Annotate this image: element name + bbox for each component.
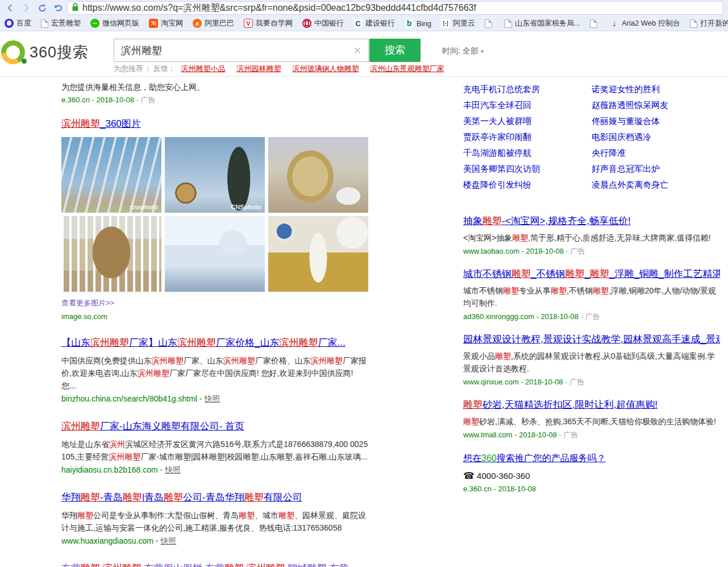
image-grid: cnsphoto CNSphoto — [61, 137, 369, 292]
refresh-icon[interactable] — [35, 1, 49, 15]
bookmark-item[interactable]: 山东省国家税务局... — [505, 18, 580, 28]
bookmark-label: 阿里云 — [453, 18, 475, 28]
hot-news-link[interactable]: 电影国庆档遇冷 — [592, 129, 720, 145]
result-title-link[interactable]: 华翔雕塑-青岛雕塑|青岛雕塑公司-青岛华翔雕塑有限公司 — [61, 492, 302, 503]
image-thumbnail-porcelain-vase[interactable] — [268, 216, 368, 292]
ad-title-link[interactable]: 抽象雕塑-<淘宝网>,规格齐全,畅享低价! — [463, 216, 631, 226]
bookmark-item[interactable]: ↓ Aria2 Web 控制台 — [610, 18, 680, 28]
lock-icon — [72, 3, 79, 14]
result-url: haiyidiaosu.cn.b2b168.com — [61, 465, 158, 474]
ad-description: 为您提供海量相关信息，助您安心上网。 — [61, 81, 369, 93]
hot-news-link[interactable]: 千岛湖游船被停航 — [463, 145, 592, 161]
ad-title-link[interactable]: 雕塑砂岩,天猫精选折扣区,限时让利,超值惠购! — [463, 399, 658, 410]
so360-logo-ring-icon — [1, 40, 25, 64]
chevron-down-icon: ▾ — [481, 48, 484, 55]
bookmark-item[interactable]: a 阿里巴巴 — [193, 18, 234, 28]
bookmark-item[interactable]: C 建设银行 — [353, 18, 395, 28]
hot-news-link[interactable]: 楼盘降价引发纠纷 — [463, 177, 592, 193]
recommend-link[interactable]: 滨州玻璃钢人物雕塑 — [292, 64, 359, 73]
bookmark-item[interactable]: [-] 阿里云 — [441, 18, 475, 28]
organic-results: 【山东滨州雕塑厂家】山东滨州雕塑厂家价格_山东滨州雕塑厂家... 中国供应商(免… — [61, 336, 369, 567]
hot-news-link[interactable]: 美国务卿第四次访朝 — [463, 161, 592, 177]
sidebar-ad: 雕塑砂岩,天猫精选折扣区,限时让利,超值惠购! 雕塑砂岩,满减、秒杀、抢购,36… — [463, 398, 720, 440]
bookmark-favicon — [505, 19, 512, 28]
search-button[interactable]: 搜索 — [369, 39, 421, 62]
bookmark-item[interactable]: 淘 淘宝网 — [149, 18, 183, 28]
more-images-link[interactable]: 查看更多图片>> — [61, 299, 114, 307]
more-images-row: 查看更多图片>> — [61, 298, 369, 308]
image-thumbnail-white-sculpture[interactable] — [165, 216, 265, 292]
hot-news-link[interactable]: 丰田汽车全球召回 — [463, 97, 592, 113]
ad-title-link[interactable]: 城市不锈钢雕塑_不锈钢雕塑_雕塑_浮雕_铜雕_制作工艺精湛 — [463, 268, 720, 279]
bookmark-item[interactable]: b Bing — [405, 19, 431, 28]
bookmark-item[interactable]: 中国银行 — [302, 18, 344, 28]
sidebar-column: 充电手机订总统套房诺奖迎女性的胜利丰田汽车全球召回赵薇路透照惊呆网友美第一夫人被… — [463, 81, 720, 567]
result-title: 【山东滨州雕塑厂家】山东滨州雕塑厂家价格_山东滨州雕塑厂家... — [61, 336, 369, 350]
hot-news-link[interactable]: 凌晨点外卖离奇身亡 — [592, 177, 720, 193]
time-filter-dropdown[interactable]: 时间: 全部 ▾ — [442, 46, 484, 56]
ad-title: 抽象雕塑-<淘宝网>,规格齐全,畅享低价! — [463, 214, 720, 228]
bookmark-item[interactable]: V 我要自学网 — [244, 18, 293, 28]
bookmark-favicon — [690, 19, 697, 28]
bookmark-favicon — [41, 19, 48, 28]
ad-snippet: 雕塑砂岩,满减、秒杀、抢购,365天不间断,天猫给你极致的生活购物体验! — [463, 415, 720, 428]
ad-url: e.360.cn — [61, 96, 90, 104]
bookmark-item[interactable]: 宏景雕塑 — [41, 18, 81, 28]
bookmark-label: 建设银行 — [365, 18, 395, 28]
recommend-link[interactable]: 滨州园林雕塑 — [236, 64, 281, 73]
bookmark-label: 微信网页版 — [102, 18, 139, 28]
bookmark-item[interactable] — [590, 19, 600, 28]
result-title: 东营雕塑,滨州雕塑,东营假山假树-东营雕塑,滨州雕塑,聊城雕塑,东营... — [61, 562, 369, 567]
forward-icon[interactable] — [19, 1, 33, 15]
promo-meta-row: e.360.cn - 2018-10-08 — [463, 485, 720, 493]
bookmark-item[interactable]: 打开新的标签页 — [690, 18, 728, 28]
image-thumbnail-sand-sculpture[interactable] — [61, 216, 161, 292]
image-result-title-link[interactable]: 滨州雕塑_360图片 — [61, 118, 141, 129]
hot-news-link[interactable]: 充电手机订总统套房 — [463, 81, 592, 97]
url-bar[interactable]: https://www.so.com/s?q=滨州雕塑&src=srp&fr=n… — [67, 1, 723, 15]
hot-news-link[interactable]: 美第一夫人被群嘲 — [463, 113, 592, 129]
hot-news-link[interactable]: 央行降准 — [592, 145, 720, 161]
back-icon[interactable] — [3, 1, 17, 15]
recommend-link[interactable]: 滨州山东景观雕塑厂家 — [370, 64, 444, 73]
bookmark-item[interactable] — [485, 19, 495, 28]
clear-search-icon[interactable]: × — [347, 39, 368, 61]
result-title-link[interactable]: 东营雕塑,滨州雕塑,东营假山假树-东营雕塑,滨州雕塑,聊城雕塑,东营... — [61, 563, 356, 567]
ad-title-link[interactable]: 园林景观设计教程,景观设计实战教学,园林景观高手速成_景观... — [463, 334, 720, 345]
image-thumbnail-wheel-statue[interactable]: CNSphoto — [165, 137, 265, 213]
time-filter-label: 时间: — [442, 46, 460, 55]
result-title-link[interactable]: 【山东滨州雕塑厂家】山东滨州雕塑厂家价格_山东滨州雕塑厂家... — [61, 337, 346, 348]
search-box: × — [114, 39, 369, 62]
search-input[interactable] — [114, 39, 347, 61]
hot-news-link[interactable]: 诺奖迎女性的胜利 — [592, 81, 720, 97]
so360-logo-text: 360搜索 — [30, 42, 89, 63]
hot-news-link[interactable]: 赵薇路透照惊呆网友 — [592, 97, 720, 113]
hot-news-link[interactable]: 佟丽娅与董璇合体 — [592, 113, 720, 129]
bookmark-item[interactable]: 微信网页版 — [90, 18, 139, 28]
recommend-link[interactable]: 滨州雕塑小品 — [181, 64, 225, 73]
ad-date: - 2018-10-08 — [519, 247, 564, 255]
browser-chrome: https://www.so.com/s?q=滨州雕塑&src=srp&fr=n… — [0, 0, 728, 31]
result-title-link[interactable]: 滨州雕塑厂家-山东海义雕塑有限公司- 首页 — [61, 421, 244, 432]
snapshot-link[interactable]: 快照 — [204, 394, 220, 403]
result-snippet: 中国供应商(免费提供山东滨州雕塑厂家、山东滨州雕塑厂家价格、山东滨州雕塑厂家报价… — [61, 354, 369, 392]
feedback-link[interactable]: 反馈： — [153, 64, 175, 73]
ad-meta-row: www.tmall.com - 2018-10-08 - 广告 — [463, 430, 720, 440]
image-thumbnail-teapot-sculpture[interactable] — [268, 137, 368, 213]
snapshot-link[interactable]: 快照 — [160, 536, 176, 545]
bookmark-label: 宏景雕塑 — [51, 18, 81, 28]
undo-icon[interactable] — [51, 1, 65, 15]
image-thumbnail-steel-sculpture[interactable]: cnsphoto — [61, 137, 161, 213]
bookmark-favicon: ↓ — [610, 19, 619, 28]
promo-link[interactable]: 想在360搜索推广您的产品服务吗？ — [463, 453, 606, 463]
hot-news-link[interactable]: 好声音总冠军出炉 — [592, 161, 720, 177]
so360-logo[interactable]: 360搜索 — [1, 40, 89, 64]
ad-date: - 2018-10-08 — [513, 431, 557, 439]
bookmark-item[interactable]: 百度 — [5, 18, 31, 28]
snapshot-link[interactable]: 快照 — [165, 465, 181, 474]
bookmark-favicon: 淘 — [149, 19, 158, 28]
sidebar-ad: 城市不锈钢雕塑_不锈钢雕塑_雕塑_浮雕_铜雕_制作工艺精湛 城市不锈钢雕塑专业从… — [463, 267, 720, 322]
bookmark-label: Bing — [417, 19, 431, 28]
bookmark-label: 打开新的标签页 — [700, 18, 728, 28]
hot-news-link[interactable]: 贾跃亭许家印闹翻 — [463, 129, 592, 145]
